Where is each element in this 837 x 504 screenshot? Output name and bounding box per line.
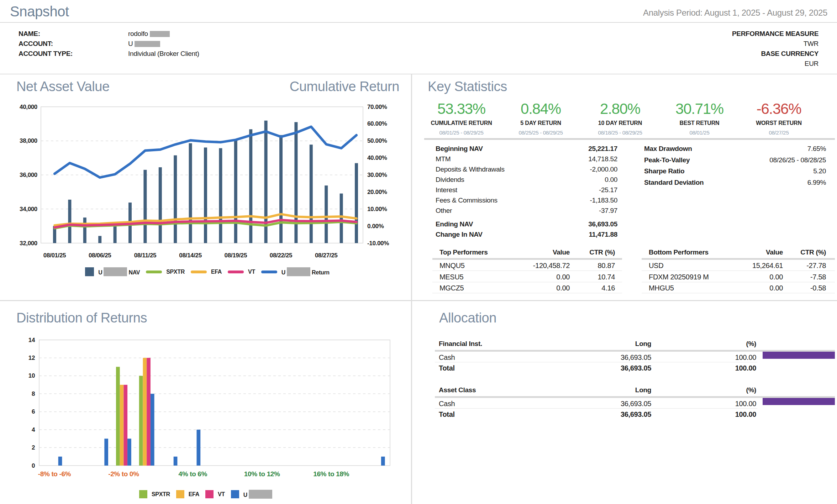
- svg-text:70.00%: 70.00%: [367, 104, 387, 110]
- legend-swatch: [261, 271, 277, 273]
- svg-text:36,000: 36,000: [20, 172, 37, 178]
- summary-row: Interest-25.17: [436, 186, 617, 194]
- svg-text:-10.00%: -10.00%: [367, 240, 389, 247]
- svg-text:08/14/25: 08/14/25: [179, 252, 201, 259]
- svg-text:08/27/25: 08/27/25: [315, 252, 337, 259]
- distribution-title: Distribution of Returns: [16, 310, 147, 326]
- risk-label: Sharpe Ratio: [644, 167, 684, 175]
- nav-x-axis-labels: 08/01/2508/06/2508/11/2508/14/2508/19/25…: [43, 252, 338, 259]
- summary-value: 14,718.52: [542, 155, 617, 163]
- svg-text:08/19/25: 08/19/25: [225, 252, 247, 259]
- dist-bar: [104, 439, 108, 466]
- svg-text:0: 0: [32, 462, 35, 469]
- nav-gridlines: [41, 141, 363, 209]
- svg-text:08/22/25: 08/22/25: [270, 252, 292, 259]
- summary-label: Other: [436, 207, 452, 214]
- dist-bar: [58, 457, 62, 466]
- stat-card: 0.84%5 DAY RETURN08/25/25 - 08/29/25: [501, 100, 580, 136]
- dist-bar: [120, 385, 124, 466]
- nav-bar: [83, 217, 86, 243]
- account-info-label: NAME:: [19, 30, 40, 38]
- summary-value: 25,221.17: [542, 145, 617, 153]
- stat-period: 08/25/25 - 08/29/25: [501, 130, 580, 136]
- dist-bar: [197, 430, 201, 466]
- performer-row-line: [642, 271, 835, 271]
- risk-value: 5.20: [719, 167, 826, 175]
- dist-bar: [127, 439, 131, 466]
- nav-bar: [68, 200, 71, 243]
- svg-text:0.00%: 0.00%: [367, 223, 384, 230]
- risk-value: 6.99%: [719, 179, 826, 187]
- svg-text:30.00%: 30.00%: [367, 172, 387, 178]
- legend-item: VT: [205, 490, 225, 498]
- stat-label: 5 DAY RETURN: [501, 120, 580, 126]
- performer-ctr: -7.58: [642, 273, 826, 281]
- nav-bar: [174, 155, 177, 243]
- summary-value: 0.00: [542, 176, 617, 184]
- legend-item: UReturn: [261, 267, 330, 276]
- summary-value: -2,000.00: [542, 166, 617, 173]
- allocation-bar: [763, 352, 835, 359]
- svg-text:40,000: 40,000: [20, 104, 37, 110]
- performers-header-line: [432, 258, 622, 260]
- legend-swatch: [176, 490, 184, 498]
- redaction-box: [287, 267, 310, 276]
- svg-text:16% to 18%: 16% to 18%: [313, 470, 349, 478]
- key-statistics-row: 53.33%CUMULATIVE RETURN08/01/25 - 08/29/…: [422, 100, 818, 136]
- dist-plot-border: [39, 340, 390, 466]
- summary-label: Ending NAV: [436, 220, 473, 228]
- summary-label: Fees & Commissions: [436, 196, 498, 204]
- legend-swatch: [139, 490, 147, 498]
- svg-text:08/06/25: 08/06/25: [89, 252, 111, 259]
- nav-bar: [279, 135, 283, 243]
- dist-bar: [123, 385, 127, 466]
- dist-bar: [143, 358, 147, 466]
- svg-text:60.00%: 60.00%: [367, 120, 387, 127]
- allocation-row-line: [435, 362, 757, 362]
- summary-row: Beginning NAV25,221.17: [436, 145, 617, 153]
- legend-item: EFA: [191, 269, 222, 275]
- nav-bar: [159, 167, 162, 243]
- nav-bar: [310, 145, 313, 243]
- report-meta-label: PERFORMANCE MEASURE: [427, 30, 818, 38]
- key-statistics-title: Key Statistics: [428, 79, 507, 94]
- svg-text:10: 10: [28, 372, 35, 379]
- allocation-header-pct: (%): [435, 340, 756, 348]
- key-statistics-divider: [424, 138, 835, 140]
- svg-text:8: 8: [32, 390, 35, 397]
- summary-label: Beginning NAV: [436, 145, 483, 152]
- legend-label: VT: [248, 269, 255, 275]
- dist-bar: [147, 358, 151, 466]
- stat-card: 53.33%CUMULATIVE RETURN08/01/25 - 08/29/…: [422, 100, 501, 136]
- grid-divider-middle: [0, 300, 837, 301]
- summary-value: -25.17: [542, 186, 617, 194]
- risk-row: Standard Deviation6.99%: [644, 179, 826, 187]
- svg-text:38,000: 38,000: [20, 137, 37, 144]
- stat-card: -6.36%WORST RETURN08/27/25: [739, 100, 818, 136]
- performers-header-line: [642, 258, 835, 260]
- nav-bar: [294, 122, 298, 243]
- nav-bar: [234, 141, 237, 243]
- legend-item: U: [231, 490, 274, 499]
- grid-divider-top: [0, 74, 837, 74]
- svg-text:20.00%: 20.00%: [367, 189, 387, 195]
- stat-card: 30.71%BEST RETURN08/01/25: [660, 100, 739, 136]
- stat-period: 08/27/25: [739, 130, 818, 136]
- page-title: Snapshot: [10, 4, 69, 20]
- svg-text:10% to 12%: 10% to 12%: [244, 470, 280, 478]
- legend-item: UNAV: [85, 267, 140, 276]
- allocation-total-pct: 100.00: [435, 410, 756, 419]
- legend-label: VT: [218, 491, 225, 498]
- nav-bar: [189, 143, 192, 243]
- dist-x-axis-labels: -8% to -6%-2% to 0%4% to 6%10% to 12%16%…: [38, 470, 349, 478]
- performers-header-ctr: CTR (%): [642, 248, 826, 256]
- summary-value: 36,693.05: [542, 220, 617, 228]
- legend-label: UReturn: [281, 267, 330, 276]
- legend-label: SPXTR: [152, 491, 170, 498]
- dist-bar: [174, 457, 178, 466]
- nav-bar: [355, 163, 358, 243]
- nav-bar: [340, 194, 343, 243]
- legend-label: SPXTR: [166, 269, 185, 275]
- legend-item: SPXTR: [139, 490, 170, 498]
- stat-period: 08/18/25 - 08/29/25: [580, 130, 660, 136]
